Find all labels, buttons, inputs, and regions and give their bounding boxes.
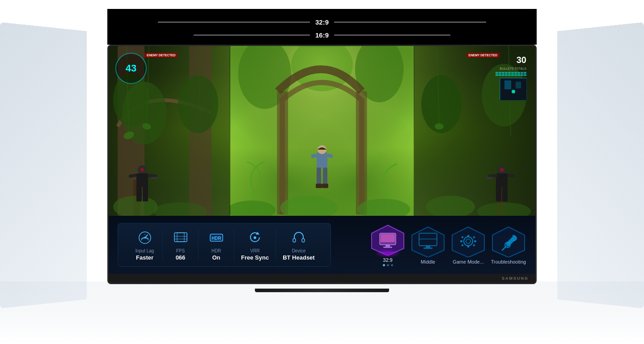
hex-svg-game-mode bbox=[450, 225, 486, 257]
ratio-329-line: 32:9 bbox=[158, 18, 486, 26]
hex-shape-game-mode[interactable] bbox=[450, 225, 486, 257]
svg-rect-80 bbox=[383, 247, 392, 248]
svg-rect-74 bbox=[293, 239, 296, 242]
bullet-count: 30 bbox=[517, 55, 526, 65]
svg-rect-75 bbox=[302, 239, 305, 242]
fps-value: 43 bbox=[126, 63, 136, 74]
hex-shape-ratio[interactable] bbox=[370, 223, 406, 256]
bullet-9 bbox=[521, 72, 523, 74]
svg-rect-79 bbox=[386, 245, 390, 247]
hex-label-ratio: 32:9 bbox=[383, 257, 392, 263]
mini-map bbox=[500, 78, 526, 100]
bullet-grid bbox=[496, 72, 526, 76]
stat-vrr-label: VRR bbox=[250, 248, 260, 253]
enemy-detected-right: ENEMY DETECTED bbox=[466, 53, 500, 58]
hex-item-troubleshooting[interactable]: Troubleshooting bbox=[491, 225, 526, 264]
svg-point-54 bbox=[500, 168, 504, 172]
brand-logo: SAMSUNG bbox=[502, 276, 529, 281]
svg-rect-18 bbox=[356, 91, 367, 214]
svg-rect-57 bbox=[516, 82, 521, 88]
stat-fps-label: FPS bbox=[176, 248, 185, 253]
ratio-169-label: 16:9 bbox=[315, 31, 329, 39]
player-character bbox=[309, 144, 335, 198]
svg-rect-78 bbox=[381, 234, 395, 242]
tv-stand bbox=[255, 289, 389, 292]
glass-panel-right bbox=[557, 22, 644, 309]
hex-svg-ratio bbox=[370, 223, 406, 256]
hex-dots-ratio bbox=[383, 264, 393, 266]
game-scene: 43 ENEMY DETECTED ENEMY DETECTED bbox=[109, 46, 535, 216]
dot-2 bbox=[387, 264, 389, 266]
svg-rect-91 bbox=[467, 245, 469, 248]
stat-hdr-value: On bbox=[212, 254, 220, 261]
hud-right-panel: 30 BULLETS TOTALS bbox=[496, 55, 526, 100]
svg-point-36 bbox=[435, 123, 444, 130]
ratio-169-line-right bbox=[334, 35, 450, 35]
bullet-14 bbox=[505, 74, 508, 76]
hex-svg-middle bbox=[410, 225, 446, 257]
tv-monitor: 32:9 16:9 bbox=[107, 9, 537, 302]
bullet-5 bbox=[508, 72, 511, 74]
svg-marker-87 bbox=[452, 227, 484, 257]
hex-shape-middle[interactable] bbox=[410, 225, 446, 257]
bullet-7 bbox=[514, 72, 517, 74]
bullet-3 bbox=[502, 72, 504, 74]
stat-hdr-label: HDR bbox=[212, 248, 221, 253]
tv-bottom-bar: SAMSUNG bbox=[109, 274, 535, 283]
svg-rect-41 bbox=[129, 173, 137, 178]
svg-rect-92 bbox=[460, 240, 462, 242]
fps-icon bbox=[172, 229, 190, 247]
stats-panel: Input Lag Faster bbox=[118, 223, 331, 267]
speedometer-icon bbox=[136, 229, 154, 247]
svg-rect-52 bbox=[496, 186, 501, 201]
enemy-right bbox=[486, 164, 517, 205]
hex-menu: 32:9 bbox=[340, 223, 526, 266]
svg-rect-66 bbox=[174, 233, 187, 242]
stat-hdr: HDR HDR On bbox=[199, 229, 234, 261]
bullet-8 bbox=[517, 72, 520, 74]
player-svg bbox=[309, 144, 335, 198]
svg-rect-44 bbox=[136, 186, 142, 201]
svg-rect-27 bbox=[317, 168, 321, 185]
ratio-labels-area: 32:9 16:9 bbox=[107, 9, 537, 45]
stat-input-lag: Input Lag Faster bbox=[127, 229, 163, 261]
hex-shape-troubleshooting[interactable] bbox=[491, 225, 526, 257]
bullet-10 bbox=[524, 72, 526, 74]
bullet-1 bbox=[496, 72, 498, 74]
bullet-18 bbox=[517, 74, 520, 76]
glass-panel-left bbox=[0, 22, 86, 309]
svg-line-63 bbox=[141, 240, 142, 240]
svg-rect-45 bbox=[143, 186, 148, 201]
svg-rect-67 bbox=[177, 233, 184, 242]
refresh-icon bbox=[246, 229, 264, 247]
svg-rect-56 bbox=[504, 80, 511, 89]
svg-rect-93 bbox=[474, 240, 476, 242]
stat-fps: FPS 066 bbox=[163, 229, 199, 261]
bullet-15 bbox=[508, 74, 511, 76]
svg-rect-17 bbox=[277, 91, 288, 214]
svg-point-58 bbox=[512, 90, 515, 93]
svg-rect-48 bbox=[496, 173, 508, 187]
stat-fps-value: 066 bbox=[176, 254, 186, 261]
mini-map-svg bbox=[500, 78, 527, 101]
svg-rect-25 bbox=[311, 154, 317, 159]
stat-input-lag-label: Input Lag bbox=[136, 248, 154, 253]
svg-rect-86 bbox=[424, 248, 432, 249]
svg-point-46 bbox=[140, 168, 144, 172]
svg-rect-51 bbox=[486, 177, 493, 179]
svg-rect-28 bbox=[323, 168, 327, 185]
tv-screen: 43 ENEMY DETECTED ENEMY DETECTED bbox=[109, 46, 535, 274]
scene-container: 32:9 16:9 bbox=[0, 0, 644, 344]
hex-item-ratio[interactable]: 32:9 bbox=[370, 223, 406, 266]
bullet-text: BULLETS TOTALS bbox=[500, 67, 526, 70]
hex-item-game-mode[interactable]: Game Mode... bbox=[450, 225, 486, 264]
bullet-11 bbox=[496, 74, 498, 76]
bullet-12 bbox=[499, 74, 501, 76]
bullet-6 bbox=[511, 72, 514, 74]
stat-vrr-value: Free Sync bbox=[241, 254, 269, 261]
svg-rect-43 bbox=[151, 177, 158, 179]
bullet-16 bbox=[511, 74, 514, 76]
svg-point-37 bbox=[426, 196, 475, 216]
stat-device: Device BT Headset bbox=[276, 229, 322, 261]
hex-item-middle[interactable]: Middle bbox=[410, 225, 446, 264]
